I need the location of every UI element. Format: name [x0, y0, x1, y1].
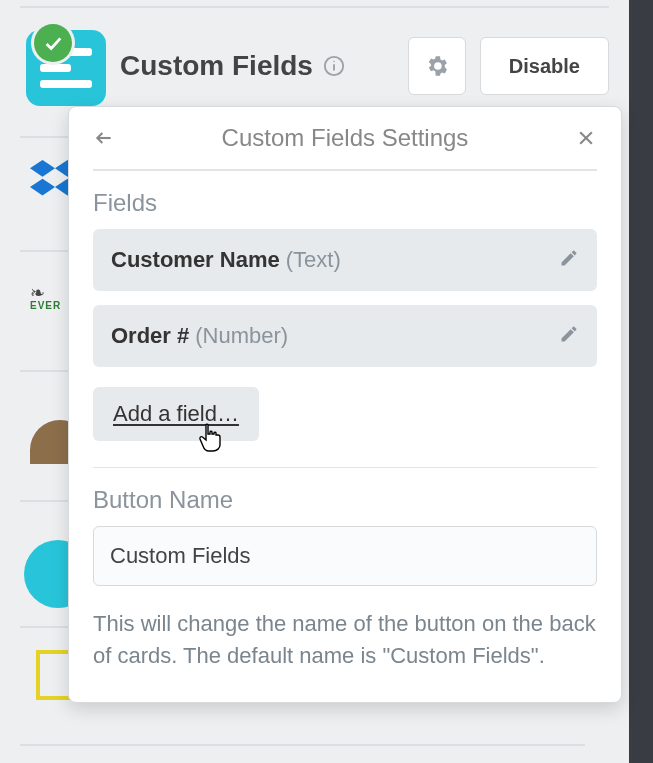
- field-name: Customer Name: [111, 247, 280, 273]
- custom-fields-powerup-icon: [20, 26, 106, 106]
- button-name-input[interactable]: [93, 526, 597, 586]
- info-icon[interactable]: [323, 55, 345, 77]
- disable-button[interactable]: Disable: [480, 37, 609, 95]
- cursor-pointer-icon: [197, 423, 225, 453]
- popover-header: Custom Fields Settings: [69, 107, 621, 169]
- powerup-header-row: Custom Fields Disable: [0, 8, 629, 120]
- field-row[interactable]: Order # (Number): [93, 305, 597, 367]
- evernote-label: EVER: [30, 300, 61, 311]
- enabled-check-icon: [34, 24, 72, 62]
- svg-point-2: [333, 61, 334, 62]
- button-name-label: Button Name: [93, 468, 597, 526]
- divider: [20, 744, 585, 746]
- custom-fields-settings-popover: Custom Fields Settings Fields Customer N…: [68, 106, 622, 703]
- powerups-panel: Custom Fields Disable ❧ EVER Custom Fiel…: [0, 0, 629, 763]
- add-field-button[interactable]: Add a field…: [93, 387, 259, 441]
- svg-marker-3: [30, 160, 55, 177]
- powerup-title-text: Custom Fields: [120, 50, 313, 82]
- button-name-helper-text: This will change the name of the button …: [93, 586, 597, 672]
- window-edge: [629, 0, 653, 763]
- popover-title: Custom Fields Settings: [121, 124, 569, 152]
- powerup-title: Custom Fields: [120, 50, 394, 82]
- icon-line: [40, 80, 92, 88]
- disable-button-label: Disable: [509, 55, 580, 78]
- settings-gear-button[interactable]: [408, 37, 466, 95]
- edit-pencil-icon[interactable]: [559, 248, 579, 272]
- field-row[interactable]: Customer Name (Text): [93, 229, 597, 291]
- back-button[interactable]: [87, 121, 121, 155]
- field-type: (Number): [195, 323, 288, 349]
- icon-line: [40, 64, 71, 72]
- field-name: Order #: [111, 323, 189, 349]
- add-field-label: Add a field…: [113, 401, 239, 426]
- close-button[interactable]: [569, 121, 603, 155]
- edit-pencil-icon[interactable]: [559, 324, 579, 348]
- fields-section-label: Fields: [93, 171, 597, 229]
- field-type: (Text): [286, 247, 341, 273]
- svg-marker-5: [30, 179, 55, 196]
